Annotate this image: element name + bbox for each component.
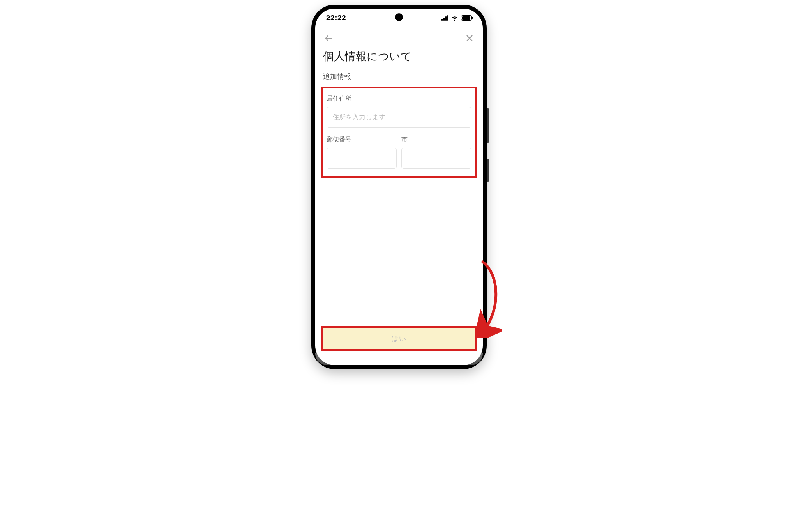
page-title: 個人情報について	[315, 44, 483, 69]
address-input[interactable]	[327, 107, 471, 128]
cellular-icon	[441, 15, 448, 21]
screen: 22:22 個人情報について 追加情報	[315, 9, 483, 365]
side-button	[487, 159, 489, 182]
front-camera	[395, 13, 403, 21]
highlight-box-cta: はい	[321, 326, 477, 351]
postal-input[interactable]	[327, 148, 397, 169]
city-label: 市	[401, 136, 471, 144]
wifi-icon	[451, 15, 458, 21]
clock: 22:22	[326, 14, 346, 22]
address-label: 居住住所	[327, 95, 471, 103]
status-indicators	[441, 15, 472, 21]
back-icon[interactable]	[323, 33, 334, 44]
postal-label: 郵便番号	[327, 136, 397, 144]
nav-bar	[315, 27, 483, 44]
highlight-box-form: 居住住所 郵便番号 市	[321, 87, 477, 178]
phone-frame: 22:22 個人情報について 追加情報	[311, 5, 487, 369]
section-subtitle: 追加情報	[315, 69, 483, 87]
side-button	[487, 108, 489, 143]
confirm-button[interactable]: はい	[323, 328, 475, 349]
city-input[interactable]	[401, 148, 471, 169]
battery-icon	[461, 15, 472, 21]
status-bar: 22:22	[315, 9, 483, 27]
form: 居住住所 郵便番号 市	[315, 87, 483, 178]
close-icon[interactable]	[464, 33, 475, 44]
